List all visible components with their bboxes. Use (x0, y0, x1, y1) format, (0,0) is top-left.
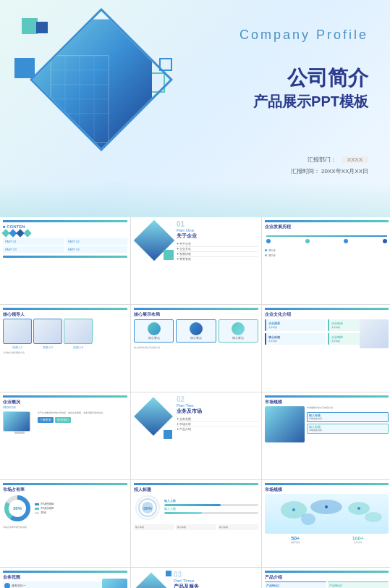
person-3-photo (64, 319, 93, 344)
bsvc-header-bar (3, 571, 127, 573)
core-items: 核心要点 核心要点 核心要点 (134, 319, 258, 343)
slides-grid: ■ CONTEN PART 01 PART 02 PART 03 PART 04… (0, 217, 390, 588)
core-item-1: 核心要点 (134, 319, 174, 343)
product-deco-2 (166, 571, 171, 576)
history-header-bar (265, 220, 389, 222)
svg-point-23 (357, 507, 360, 510)
svg-point-22 (325, 505, 328, 508)
pf2-title: 产品特点2 (329, 584, 388, 587)
monitor-stand (14, 432, 25, 434)
market-text: 市场规模分析文字内容介绍 输入标题 详细描述内容 输入标题 详细描述内容 (307, 406, 389, 442)
prod-feature-1: 产品特点1 详细说明内容 (265, 581, 326, 588)
wmap-stat-2: 100+ 合作伙伴 (328, 536, 389, 544)
business-text: 02 Part Two 业务及市场 ✦ 业务范围 ✦ 市场分析 ✦ 产品介绍 (177, 395, 258, 432)
toc-parts: PART 01 PART 02 PART 03 PART 04 (3, 238, 127, 253)
about-photo-container (134, 220, 174, 260)
biz-item-1: ✦ 业务范围 (177, 417, 258, 422)
overview-content: 关于企业概况的详细介绍内容，包括企业规模、业务范围等基本信息。 了解更多 联系我… (3, 411, 127, 434)
cover-presenter: 汇报部门： XXXX (291, 154, 368, 166)
slide-market-share: 市场占有率 38% 市场份额A 市场份额B (0, 480, 130, 567)
talent-stats: 输入人数 输入人数 (164, 500, 258, 516)
toc-part-01: PART 01 (3, 238, 64, 245)
talent-stat-1: 输入人数 (164, 500, 258, 503)
talent-header-bar (134, 483, 258, 485)
core-icon-3 (232, 322, 245, 335)
history-text-1: 第1步 (268, 249, 276, 252)
date-label: 汇报时间： (291, 168, 320, 175)
market-stat-2: 输入标题 详细描述内容 (307, 424, 389, 434)
history-row-2: 第2步 (265, 254, 389, 257)
about-num: 01 (177, 220, 258, 228)
culture-image (360, 319, 389, 348)
about-item-3: ✦ 发展历程 (177, 252, 258, 257)
culture-img-box (360, 319, 389, 348)
mshare-content: 38% 市场份额A 市场份额B 其他 (3, 494, 127, 523)
toc-d4 (23, 229, 31, 237)
wmap-num-1: 50+ (265, 536, 326, 541)
culture-item-3-desc: 文字内容 (268, 340, 323, 343)
wmap-label-1: 国家/地区 (265, 541, 326, 544)
slide-world-map: 市场规模 50+ 国家/地区 100+ 合作伙 (262, 480, 390, 567)
about-items: ✦ 关于企业 ✦ 企业文化 ✦ 发展历程 ✦ 荣誉资质 (177, 242, 258, 261)
tl-node-2 (305, 239, 310, 243)
overview-text-col: 关于企业概况的详细介绍内容，包括企业规模、业务范围等基本信息。 了解更多 联系我… (38, 411, 127, 434)
cover-photo-frame (30, 8, 173, 151)
slide-talent: 招人标题 38% 输入人数 输入人数 (131, 480, 261, 567)
mshare-title: 市场占有率 (3, 487, 127, 492)
talent-fill-2 (164, 512, 202, 514)
slide-history: 企业发展历程 第1步 第2步 (262, 217, 390, 304)
svg-text:38%: 38% (143, 506, 153, 511)
product-content: 03 Part Three 产品及服务 ✦ 产品介绍 ✦ 服务体系 ✦ 解决方案 (134, 571, 258, 588)
history-desc-rows: 第1步 第2步 (265, 249, 389, 257)
slide-key-people: 核心领导人 负责人1 负责人2 负责人3 公司核心领导团队介绍 (0, 305, 130, 392)
wmap-title: 市场规模 (265, 487, 389, 492)
svg-text:38%: 38% (13, 506, 22, 511)
cover-photo-inner (30, 20, 152, 151)
svg-point-19 (301, 513, 315, 525)
prod-detail-grid: 产品特点1 详细说明内容 产品特点2 详细说明内容 产品特点3 详细说明内容 产… (265, 581, 389, 588)
tl-node-1 (266, 239, 271, 243)
slide-core-products: 核心展示布局 核心要点 核心要点 核心要点 核心展示布局文字内容介绍 (131, 305, 261, 392)
toc-content-label: ■ CONTEN (3, 224, 127, 229)
market-building-photo (265, 406, 305, 442)
person-2-name: 负责人2 (33, 346, 62, 349)
business-deco (164, 430, 172, 439)
timeline-line (266, 235, 387, 237)
talent-num-2: 输入人数 (164, 508, 176, 511)
toc-header-bar (3, 220, 127, 222)
legend-1-label: 市场份额A (41, 503, 54, 505)
history-dot-1 (265, 249, 267, 251)
product-photo-container (134, 571, 171, 588)
slide-toc: ■ CONTEN PART 01 PART 02 PART 03 PART 04 (0, 217, 130, 304)
core-item-1-text: 核心要点 (136, 337, 171, 340)
talent-fill-1 (164, 504, 221, 506)
slide-business: 02 Part Two 业务及市场 ✦ 业务范围 ✦ 市场分析 ✦ 产品介绍 (131, 392, 261, 479)
toc-part-02: PART 02 (66, 238, 127, 245)
mshare-desc: 市场占有率详细分析说明 (3, 526, 127, 529)
gear-svg: 38% (134, 494, 161, 521)
product-title-zh: 产品及服务 (174, 583, 258, 588)
market-title: 市场规模 (265, 400, 389, 405)
about-text: 01 Part One 关于企业 ✦ 关于企业 ✦ 企业文化 ✦ 发展历程 ✦ … (177, 220, 258, 261)
wmap-header-bar (265, 483, 389, 485)
mshare-legend: 市场份额A 市场份额B 其他 (35, 503, 127, 514)
pf1-title: 产品特点1 (266, 584, 325, 587)
overview-stat-1: 了解更多 (38, 417, 54, 423)
slide-overview: 企业概况 About us 关于企业概况的详细介绍内容，包括企业规模、业务范围等… (0, 392, 130, 479)
talent-item-1: 输入标题 (134, 524, 174, 530)
about-deco-sq (164, 250, 174, 260)
talent-item-2: 输入标题 (176, 524, 216, 530)
about-content: 01 Part One 关于企业 ✦ 关于企业 ✦ 企业文化 ✦ 发展历程 ✦ … (134, 220, 258, 261)
history-title: 企业发展历程 (265, 224, 389, 230)
culture-item-3: 核心价值 文字内容 (265, 333, 326, 345)
about-item-4: ✦ 荣誉资质 (177, 257, 258, 261)
monitor-box (3, 411, 30, 432)
people-title: 核心领导人 (3, 312, 127, 317)
product-num: 03 (174, 571, 258, 579)
mshare-header-bar (3, 483, 127, 485)
timeline-nodes (266, 239, 387, 243)
culture-item-1: 企业愿景 文字内容 (265, 319, 326, 331)
cover-date: 汇报时间： 20XX年XX月XX日 (291, 166, 368, 177)
biz-item-3: ✦ 产品介绍 (177, 427, 258, 432)
culture-item-3-title: 核心价值 (268, 335, 323, 339)
